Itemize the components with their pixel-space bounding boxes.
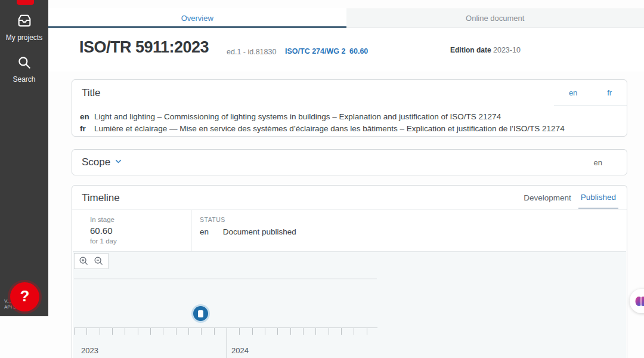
scope-language: en xyxy=(594,158,602,167)
search-icon xyxy=(0,55,48,73)
help-button[interactable]: ? xyxy=(10,282,39,311)
axis-tick xyxy=(265,328,265,335)
axis-tick xyxy=(188,328,189,335)
document-header: ISO/TR 5911:2023 ed.1 - id.81830 ISO/TC … xyxy=(48,28,644,72)
axis-tick xyxy=(252,328,253,335)
timeline-heading: Timeline xyxy=(82,192,120,204)
tab-overview[interactable]: Overview xyxy=(48,8,346,28)
scope-card: Scope en xyxy=(72,149,627,175)
title-row-lang: fr xyxy=(80,123,94,135)
stage-status-row: In stage 60.60 for 1 day STATUS en Docum… xyxy=(72,209,627,251)
page-title: ISO/TR 5911:2023 xyxy=(79,38,209,57)
axis-tick xyxy=(74,328,75,335)
top-tabbar: Overview Online document xyxy=(48,8,644,28)
timeline-chart: 2023 2024 xyxy=(73,251,626,358)
title-row-fr: fr Lumière et éclairage — Mise en servic… xyxy=(80,123,617,135)
axis-tick xyxy=(277,328,278,335)
axis-tick xyxy=(290,328,291,335)
published-document-marker[interactable] xyxy=(193,306,208,321)
axis-tick xyxy=(329,328,329,335)
stage-label: In stage xyxy=(90,215,191,225)
axis-tick xyxy=(303,328,304,335)
axis-tick xyxy=(163,328,163,335)
title-row-en: en Light and lighting – Commissioning of… xyxy=(80,111,617,123)
sidebar-item-search[interactable]: Search xyxy=(0,55,48,84)
axis-tick xyxy=(201,328,202,335)
sidebar-item-label: My projects xyxy=(0,33,48,42)
title-rows: en Light and lighting – Commissioning of… xyxy=(80,111,617,135)
title-row-text: Light and lighting – Commissioning of li… xyxy=(94,111,501,123)
title-language-tabs: en fr xyxy=(554,80,627,106)
status-text: Document published xyxy=(223,227,296,236)
axis-tick xyxy=(341,328,342,335)
edition-id-text: ed.1 - id.81830 xyxy=(227,48,276,56)
zoom-in-icon[interactable] xyxy=(79,256,89,266)
axis-year-label: 2024 xyxy=(231,346,249,355)
status-info: STATUS en Document published xyxy=(191,210,296,251)
edition-date-value: 2023-10 xyxy=(493,46,521,54)
projects-icon xyxy=(0,12,48,31)
title-row-text: Lumière et éclairage — Mise en service d… xyxy=(94,123,565,135)
zoom-out-icon[interactable] xyxy=(94,256,104,266)
chevron-down-icon xyxy=(114,157,123,168)
lang-tab-fr[interactable]: fr xyxy=(607,88,612,97)
stage-code-link[interactable]: 60.60 xyxy=(349,47,368,55)
stage-value: 60.60 xyxy=(90,225,191,236)
tab-online-document[interactable]: Online document xyxy=(346,8,644,28)
axis-tick xyxy=(176,328,177,335)
axis-tick xyxy=(354,328,354,335)
axis-year-label: 2023 xyxy=(81,346,98,355)
timeline-tabs: Development Published xyxy=(524,186,618,209)
title-card: Title en fr en Light and lighting – Comm… xyxy=(72,79,627,137)
iso-logo xyxy=(17,0,34,5)
status-language: en xyxy=(200,227,221,236)
tab-published[interactable]: Published xyxy=(578,186,618,209)
axis-tick xyxy=(150,328,151,335)
sidebar-item-my-projects[interactable]: My projects xyxy=(0,12,48,42)
axis-tick xyxy=(125,328,125,335)
axis-tick xyxy=(227,328,227,358)
timeline-lane-line xyxy=(74,279,377,279)
axis-tick xyxy=(100,328,100,335)
sidebar-item-label: Search xyxy=(0,75,48,84)
timeline-card: Timeline Development Published In stage … xyxy=(72,185,627,358)
axis-tick xyxy=(214,328,215,335)
sidebar: My projects Search V... API 3... ? xyxy=(0,0,48,316)
axis-tick xyxy=(138,328,138,335)
status-label: STATUS xyxy=(200,216,296,223)
chart-zoom-toolbar xyxy=(74,253,109,269)
tab-development[interactable]: Development xyxy=(524,193,571,202)
axis-tick xyxy=(315,328,316,335)
stage-info: In stage 60.60 for 1 day xyxy=(72,210,191,251)
ai-assistant-icon[interactable] xyxy=(630,289,644,313)
axis-tick xyxy=(112,328,113,335)
scope-heading: Scope xyxy=(82,156,110,168)
axis-tick xyxy=(86,328,87,335)
edition-date-label: Edition date xyxy=(450,46,491,54)
scope-expander[interactable]: Scope xyxy=(82,156,123,168)
document-icon xyxy=(198,310,203,317)
committee-link[interactable]: ISO/TC 274/WG 2 xyxy=(285,47,345,55)
axis-tick xyxy=(367,328,367,335)
title-row-lang: en xyxy=(80,111,94,123)
title-card-heading: Title xyxy=(82,87,101,99)
lang-tab-en[interactable]: en xyxy=(569,88,577,97)
stage-duration: for 1 day xyxy=(90,236,191,246)
timeline-axis xyxy=(74,328,377,328)
axis-tick xyxy=(239,328,240,335)
status-line: en Document published xyxy=(200,227,296,236)
